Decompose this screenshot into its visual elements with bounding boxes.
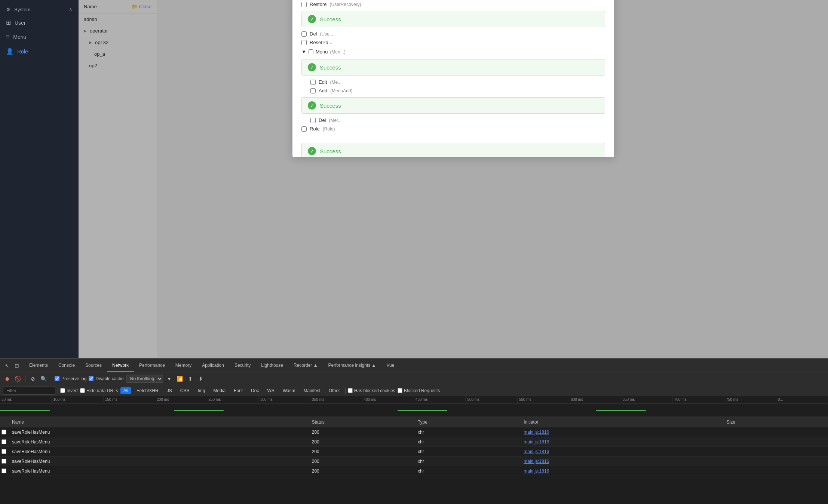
stop-icon[interactable]: 🚫 bbox=[13, 375, 22, 383]
upload-icon[interactable]: ⬆ bbox=[186, 375, 194, 383]
row-checkbox[interactable] bbox=[1, 430, 6, 434]
modal-dialog: Restore (UserRecovery) ✓ Success Del (Us… bbox=[292, 0, 614, 157]
filter-css-btn[interactable]: CSS bbox=[177, 387, 193, 394]
preserve-log-checkbox[interactable] bbox=[55, 376, 59, 381]
tab-network[interactable]: Network bbox=[107, 360, 134, 372]
wifi-icon[interactable]: 📶 bbox=[176, 375, 184, 383]
filter-other-btn[interactable]: Other bbox=[326, 387, 343, 394]
disable-cache-checkbox-label[interactable]: Disable cache bbox=[89, 376, 123, 381]
col-size: Size bbox=[722, 420, 828, 425]
disable-cache-checkbox[interactable] bbox=[89, 376, 93, 381]
modal-body: Restore (UserRecovery) ✓ Success Del (Us… bbox=[292, 0, 614, 141]
filter-icon[interactable]: ⊘ bbox=[29, 375, 37, 383]
tick-4: 250 ms bbox=[207, 396, 259, 403]
filter-manifest-btn[interactable]: Manifest bbox=[300, 387, 323, 394]
menu-checkbox[interactable] bbox=[309, 49, 313, 54]
tab-elements[interactable]: Elements bbox=[24, 360, 53, 372]
network-row[interactable]: saveRoleHasMenu 200 xhr main.js:1816 bbox=[0, 437, 828, 447]
initiator-link[interactable]: main.js:1816 bbox=[524, 439, 549, 445]
throttle-arrow-icon[interactable]: ▾ bbox=[165, 375, 174, 383]
filter-ws-btn[interactable]: WS bbox=[264, 387, 277, 394]
col-status: Status bbox=[307, 420, 413, 425]
success-alert-3: ✓ Success bbox=[301, 97, 605, 114]
search-icon[interactable]: 🔍 bbox=[39, 375, 47, 383]
sidebar-section-system[interactable]: ⚙ System ∧ bbox=[0, 4, 79, 15]
permission-menu-add: Add (MenuAdd) bbox=[301, 86, 605, 95]
network-row[interactable]: saveRoleHasMenu 200 xhr main.js:1816 bbox=[0, 457, 828, 466]
tick-14: 750 ms bbox=[724, 396, 776, 403]
blocked-requests-label[interactable]: Blocked Requests bbox=[398, 388, 440, 393]
tab-sources[interactable]: Sources bbox=[80, 360, 107, 372]
role-checkbox[interactable] bbox=[301, 126, 307, 132]
tab-console[interactable]: Console bbox=[53, 360, 80, 372]
tab-recorder[interactable]: Recorder ▲ bbox=[288, 360, 323, 372]
filter-all-btn[interactable]: All bbox=[120, 387, 131, 394]
invert-checkbox-label[interactable]: Invert bbox=[60, 388, 78, 393]
tab-lighthouse[interactable]: Lighthouse bbox=[256, 360, 288, 372]
row-initiator: main.js:1816 bbox=[519, 459, 722, 464]
download-icon[interactable]: ⬇ bbox=[197, 375, 205, 383]
network-row[interactable]: saveRoleHasMenu 200 xhr main.js:1816 bbox=[0, 427, 828, 437]
hide-data-urls-checkbox[interactable] bbox=[80, 388, 85, 393]
filter-js-btn[interactable]: JS bbox=[164, 387, 175, 394]
invert-checkbox[interactable] bbox=[60, 388, 65, 393]
row-checkbox[interactable] bbox=[1, 459, 6, 464]
del-checkbox[interactable] bbox=[301, 31, 307, 37]
timeline-bar-0 bbox=[0, 410, 50, 411]
filter-font-btn[interactable]: Font bbox=[231, 387, 246, 394]
filter-img-btn[interactable]: Img bbox=[194, 387, 208, 394]
row-checkbox[interactable] bbox=[1, 449, 6, 454]
initiator-link[interactable]: main.js:1816 bbox=[524, 430, 549, 435]
filter-media-btn[interactable]: Media bbox=[210, 387, 229, 394]
blocked-requests-checkbox[interactable] bbox=[398, 388, 402, 393]
filter-fetchxhr-btn[interactable]: Fetch/XHR bbox=[134, 387, 162, 394]
throttle-select[interactable]: No throttling bbox=[126, 375, 163, 383]
row-initiator: main.js:1816 bbox=[519, 430, 722, 435]
resetpa-checkbox[interactable] bbox=[301, 40, 307, 45]
tab-memory[interactable]: Memory bbox=[170, 360, 197, 372]
row-checkbox[interactable] bbox=[1, 468, 6, 473]
initiator-link[interactable]: main.js:1816 bbox=[524, 459, 549, 464]
row-type: xhr bbox=[413, 468, 519, 474]
tick-10: 550 ms bbox=[518, 396, 569, 403]
initiator-link[interactable]: main.js:1816 bbox=[524, 449, 549, 454]
restore-checkbox[interactable] bbox=[301, 2, 307, 7]
has-blocked-cookies-label[interactable]: Has blocked cookies bbox=[348, 388, 395, 393]
row-checkbox[interactable] bbox=[1, 439, 6, 444]
success-alert-1: ✓ Success bbox=[301, 11, 605, 27]
blocked-requests-text: Blocked Requests bbox=[404, 388, 440, 393]
tab-performance[interactable]: Performance bbox=[134, 360, 170, 372]
filter-input[interactable] bbox=[3, 387, 55, 395]
tab-vue[interactable]: Vue bbox=[381, 360, 399, 372]
menu-edit-checkbox[interactable] bbox=[310, 80, 316, 85]
filter-doc-btn[interactable]: Doc bbox=[248, 387, 262, 394]
gear-icon: ⚙ bbox=[6, 7, 10, 12]
row-type: xhr bbox=[413, 439, 519, 445]
row-status: 200 bbox=[307, 449, 413, 454]
tick-15: 8... bbox=[776, 396, 828, 403]
tab-security[interactable]: Security bbox=[229, 360, 256, 372]
hide-data-urls-checkbox-label[interactable]: Hide data URLs bbox=[80, 388, 118, 393]
tab-application[interactable]: Application bbox=[197, 360, 229, 372]
menu-del-checkbox[interactable] bbox=[310, 118, 316, 123]
sidebar-item-user[interactable]: ⊞ User bbox=[0, 15, 79, 30]
sidebar-item-role[interactable]: 👤 Role bbox=[0, 44, 79, 59]
success-icon-2: ✓ bbox=[308, 63, 316, 71]
record-icon[interactable]: ⏺ bbox=[3, 375, 11, 383]
devtools-tabs: ↖ ⊡ Elements Console Sources Network Per… bbox=[0, 359, 828, 372]
menu-add-checkbox[interactable] bbox=[310, 88, 316, 93]
network-row[interactable]: saveRoleHasMenu 200 xhr main.js:1816 bbox=[0, 466, 828, 476]
cursor-icon[interactable]: ↖ bbox=[3, 362, 11, 370]
row-initiator: main.js:1816 bbox=[519, 439, 722, 445]
network-row[interactable]: saveRoleHasMenu 200 xhr main.js:1816 bbox=[0, 447, 828, 457]
filter-wasm-btn[interactable]: Wasm bbox=[280, 387, 298, 394]
hide-data-urls-label: Hide data URLs bbox=[86, 388, 118, 393]
device-toggle-icon[interactable]: ⊡ bbox=[13, 362, 21, 370]
has-blocked-cookies-checkbox[interactable] bbox=[348, 388, 353, 393]
preserve-log-checkbox-label[interactable]: Preserve log bbox=[55, 376, 86, 381]
sidebar-item-menu[interactable]: ≡ Menu bbox=[0, 30, 79, 44]
permission-menu-del: Del (Mer... bbox=[301, 116, 605, 125]
initiator-link[interactable]: main.js:1816 bbox=[524, 468, 549, 474]
row-name: saveRoleHasMenu bbox=[7, 468, 307, 474]
tab-perf-insights[interactable]: Performance insights ▲ bbox=[323, 360, 381, 372]
